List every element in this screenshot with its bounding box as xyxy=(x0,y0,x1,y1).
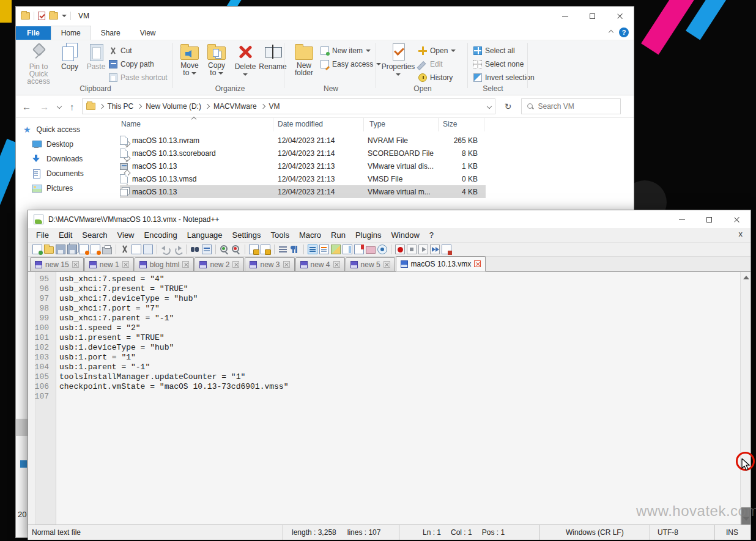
code-line[interactable]: 96usb_xhci:7.present = "TRUE" xyxy=(28,284,188,294)
replace-icon[interactable] xyxy=(202,245,212,254)
macro-play-icon[interactable] xyxy=(418,245,428,254)
breadcrumb-vm[interactable]: VM xyxy=(269,102,280,111)
code-line[interactable]: 100usb:1.speed = "2" xyxy=(28,323,141,333)
save-icon[interactable] xyxy=(56,245,65,254)
tab-new-15[interactable]: new 15 xyxy=(30,257,84,271)
table-row[interactable]: macOS 10.13.vmsd 12/04/2023 21:13 VMSD F… xyxy=(120,172,486,185)
zoom-out-icon[interactable] xyxy=(231,245,241,254)
column-divider[interactable] xyxy=(438,118,439,131)
tab-close-icon[interactable] xyxy=(232,261,239,268)
show-indent-guide-icon[interactable] xyxy=(308,245,317,254)
tab-new-5[interactable]: new 5 xyxy=(346,257,395,271)
cut-button[interactable]: Cut xyxy=(109,45,132,56)
invert-selection-button[interactable]: Invert selection xyxy=(473,72,535,83)
status-insert-mode[interactable]: INS xyxy=(715,525,750,540)
status-eol-format[interactable]: Windows (CR LF) xyxy=(540,525,650,540)
pin-to-quick-access-button[interactable]: Pin to Quickaccess xyxy=(20,43,57,85)
code-line[interactable]: 97usb_xhci:7.deviceType = "hub" xyxy=(28,294,198,304)
close-all-icon[interactable] xyxy=(91,245,100,254)
table-row[interactable]: macOS 10.13.scoreboard 12/04/2023 21:14 … xyxy=(120,147,486,160)
minimize-button[interactable] xyxy=(668,210,695,229)
redo-icon[interactable] xyxy=(172,245,182,254)
customize-toolbar-caret-icon[interactable] xyxy=(62,15,67,17)
code-line[interactable]: 95usb_xhci:7.speed = "4" xyxy=(28,274,165,284)
tab-macos-vmx[interactable]: macOS 10.13.vmx xyxy=(396,256,486,271)
breadcrumb-this-pc[interactable]: This PC xyxy=(108,102,134,111)
open-button[interactable]: Open xyxy=(418,45,456,56)
menu-tools[interactable]: Tools xyxy=(266,229,294,241)
sidebar-item-quick-access[interactable]: ★ Quick access xyxy=(23,123,130,136)
tab-view[interactable]: View xyxy=(130,26,166,40)
table-row[interactable]: macOS 10.13.nvram 12/04/2023 21:14 NVRAM… xyxy=(120,134,486,147)
up-button[interactable]: ↑ xyxy=(70,101,75,112)
code-line[interactable]: 102usb:1.deviceType = "hub" xyxy=(28,343,174,353)
copy-icon[interactable] xyxy=(132,245,141,254)
code-line[interactable]: 98usb_xhci:7.port = "7" xyxy=(28,304,160,314)
find-icon[interactable] xyxy=(190,245,200,254)
folder-as-workspace-icon[interactable] xyxy=(366,246,376,254)
undo-icon[interactable] xyxy=(161,245,171,254)
breadcrumb-drive[interactable]: New Volume (D:) xyxy=(146,102,201,111)
paste-icon[interactable] xyxy=(143,245,153,254)
menu-run[interactable]: Run xyxy=(326,229,350,241)
tab-close-icon[interactable] xyxy=(122,261,129,268)
delete-button[interactable]: Delete xyxy=(231,43,259,78)
table-row[interactable]: macOS 10.13 12/04/2023 21:13 VMware virt… xyxy=(120,160,486,172)
tab-share[interactable]: Share xyxy=(91,26,130,40)
copy-button[interactable]: Copy xyxy=(56,43,83,70)
properties-button[interactable]: Properties xyxy=(380,43,416,78)
code-line[interactable]: 104usb:1.parent = "-1" xyxy=(28,363,150,372)
menu-edit[interactable]: Edit xyxy=(54,229,77,241)
menu-file[interactable]: File xyxy=(31,229,54,241)
breadcrumb-macvmware[interactable]: MACVMware xyxy=(213,102,257,111)
menu-settings[interactable]: Settings xyxy=(228,229,266,241)
save-all-icon[interactable] xyxy=(67,245,77,254)
code-line[interactable]: 103usb:1.port = "1" xyxy=(28,353,136,363)
select-all-button[interactable]: Select all xyxy=(473,45,515,56)
tab-new-3[interactable]: new 3 xyxy=(245,257,294,271)
new-folder-button[interactable]: Newfolder xyxy=(289,43,319,76)
properties-shortcut-icon[interactable] xyxy=(38,12,45,20)
select-none-button[interactable]: Select none xyxy=(473,59,524,69)
column-divider[interactable] xyxy=(273,118,273,131)
search-input[interactable]: Search VM xyxy=(521,98,621,114)
menu-plugins[interactable]: Plugins xyxy=(350,229,387,241)
tab-close-icon[interactable] xyxy=(182,261,189,268)
tab-home[interactable]: Home xyxy=(51,26,91,40)
tab-new-1[interactable]: new 1 xyxy=(84,257,134,271)
edit-button[interactable]: Edit xyxy=(418,59,443,69)
close-button[interactable] xyxy=(723,210,750,229)
function-list-icon[interactable] xyxy=(319,245,329,254)
copy-path-button[interactable]: Copy path xyxy=(109,59,154,69)
column-header-size[interactable]: Size xyxy=(443,120,457,128)
code-line[interactable]: 105toolsInstallManager.updateCounter = "… xyxy=(28,372,245,382)
close-icon[interactable] xyxy=(79,245,89,254)
move-to-button[interactable]: Moveto xyxy=(176,43,203,76)
tab-close-icon[interactable] xyxy=(333,261,340,268)
show-all-characters-icon[interactable] xyxy=(290,245,300,254)
maximize-button[interactable] xyxy=(695,210,723,229)
column-header-name[interactable]: Name xyxy=(121,120,141,128)
code-line[interactable]: 107 xyxy=(28,392,59,402)
close-document-button[interactable]: x xyxy=(736,229,746,238)
editor-area[interactable]: 95usb_xhci:7.speed = "4" 96usb_xhci:7.pr… xyxy=(28,271,750,524)
paste-shortcut-button[interactable]: Paste shortcut xyxy=(109,72,168,83)
menu-encoding[interactable]: Encoding xyxy=(139,229,182,241)
easy-access-button[interactable]: Easy access xyxy=(321,59,381,69)
macro-record-icon[interactable] xyxy=(395,245,405,254)
tab-close-icon[interactable] xyxy=(283,261,290,268)
tab-new-2[interactable]: new 2 xyxy=(195,257,244,271)
address-dropdown-icon[interactable] xyxy=(486,104,491,109)
new-folder-shortcut-icon[interactable] xyxy=(49,12,58,20)
minimize-button[interactable] xyxy=(551,7,579,25)
tab-close-icon[interactable] xyxy=(72,261,79,268)
help-icon[interactable]: ? xyxy=(619,28,629,37)
breadcrumb[interactable]: This PC New Volume (D:) MACVMware VM xyxy=(82,98,495,114)
document-map-icon[interactable] xyxy=(343,245,352,254)
column-divider[interactable] xyxy=(484,118,484,131)
back-button[interactable]: ← xyxy=(22,101,31,112)
open-icon[interactable] xyxy=(44,246,54,254)
menu-window[interactable]: Window xyxy=(387,229,424,241)
menu-macro[interactable]: Macro xyxy=(294,229,326,241)
sync-horizontal-icon[interactable] xyxy=(261,245,270,254)
